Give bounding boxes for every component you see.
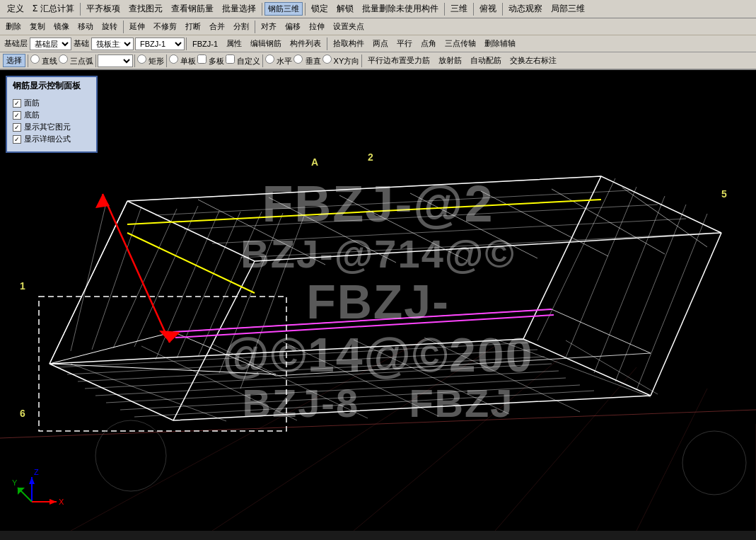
svg-marker-7 — [127, 176, 721, 261]
svg-line-54 — [283, 342, 438, 416]
btn-move[interactable]: 移动 — [74, 20, 97, 33]
menu-local-3d[interactable]: 局部三维 — [547, 1, 589, 16]
btn-rebar-3d[interactable]: 钢筋三维 — [264, 2, 303, 16]
svg-text:5: 5 — [721, 188, 727, 200]
btn-delete[interactable]: 删除 — [2, 20, 25, 33]
component-type-select[interactable]: 筏板主筋 — [91, 38, 134, 50]
component-name-select[interactable]: FBZJ-1 — [135, 38, 185, 50]
checkbox-show-other[interactable] — [13, 123, 21, 132]
layer-select[interactable]: 基础层 — [30, 38, 71, 50]
menu-rebar-qty[interactable]: 查看钢筋量 — [167, 1, 218, 16]
btn-pick-component[interactable]: 构件列表 — [286, 37, 325, 50]
radio-vert[interactable] — [293, 54, 303, 64]
btn-select[interactable]: 选择 — [3, 54, 25, 67]
sep3 — [305, 3, 306, 16]
checkbox-show-formula[interactable] — [13, 135, 21, 144]
btn-merge[interactable]: 合并 — [206, 20, 228, 33]
btn-rotate[interactable]: 旋转 — [98, 20, 121, 33]
btn-auto-rebar[interactable]: 自动配筋 — [467, 54, 505, 67]
btn-parallel-rebar[interactable]: 平行边布置受力筋 — [364, 54, 434, 67]
svg-line-5 — [636, 389, 707, 531]
btn-swap-label[interactable]: 交换左右标注 — [506, 54, 560, 67]
menu-lock[interactable]: 锁定 — [307, 1, 332, 16]
menu-define[interactable]: 定义 — [3, 1, 28, 16]
svg-line-50 — [134, 391, 594, 417]
btn-component-list[interactable]: 编辑钢筋 — [247, 37, 285, 50]
btn-properties[interactable]: FBZJ-1 — [189, 38, 221, 50]
btn-split[interactable]: 分割 — [230, 20, 252, 33]
panel-title: 钢筋显示控制面板 — [13, 80, 91, 93]
btn-stretch[interactable]: 拉伸 — [306, 20, 328, 33]
svg-line-25 — [71, 203, 106, 351]
btn-extend[interactable]: 延伸 — [126, 20, 149, 33]
control-panel: 钢筋显示控制面板 面筋 底筋 显示其它图元 显示详细公式 — [6, 76, 98, 153]
menu-unlock[interactable]: 解锁 — [332, 1, 358, 16]
menu-dynamic-observe[interactable]: 动态观察 — [504, 1, 547, 16]
panel-item-show-other: 显示其它图元 — [13, 122, 91, 132]
btn-break[interactable]: 打断 — [182, 20, 204, 33]
btn-three-point-axis[interactable]: 点角 — [417, 37, 440, 50]
btn-dimension[interactable]: 删除辅轴 — [481, 37, 519, 50]
svg-marker-78 — [50, 499, 57, 505]
menu-top-view[interactable]: 俯视 — [475, 1, 501, 16]
sep13 — [134, 54, 135, 67]
svg-line-39 — [50, 202, 127, 364]
menu-summary[interactable]: Σ 汇总计算 — [28, 1, 78, 16]
btn-parallel[interactable]: 两点 — [369, 37, 392, 50]
canvas-area[interactable]: A 2 1 5 6 Z X Y FBZJ-@2 BZJ-@714 — [0, 70, 756, 531]
btn-delete-aux-axis[interactable]: 三点传轴 — [441, 37, 479, 50]
svg-marker-66 — [95, 194, 110, 208]
svg-line-44 — [67, 350, 537, 374]
btn-radial-rebar[interactable]: 放射筋 — [435, 54, 465, 67]
svg-line-51 — [71, 364, 226, 421]
foundation-label: 基础 — [71, 38, 91, 49]
menu-align-slab[interactable]: 平齐板项 — [82, 1, 124, 16]
radio-arc-label: 三点弧 — [59, 54, 93, 67]
checkbox-bottom-rebar[interactable] — [13, 111, 21, 120]
radio-single[interactable] — [169, 54, 178, 64]
radio-line[interactable] — [30, 54, 40, 64]
btn-copy[interactable]: 复制 — [26, 20, 49, 33]
checkbox-face-rebar[interactable] — [13, 99, 21, 108]
svg-text:1: 1 — [20, 280, 25, 292]
menu-find[interactable]: 查找图元 — [124, 1, 167, 16]
sep12 — [95, 54, 96, 67]
radio-rect[interactable] — [137, 54, 146, 64]
menu-batch-delete[interactable]: 批量删除未使用构件 — [358, 1, 443, 16]
svg-line-32 — [219, 213, 283, 373]
svg-line-11 — [651, 233, 721, 396]
check-multi[interactable] — [197, 54, 207, 64]
svg-line-20 — [127, 176, 601, 201]
svg-rect-63 — [39, 297, 286, 431]
btn-align[interactable]: 对齐 — [257, 20, 280, 33]
layer-label: 基础层 — [2, 38, 30, 49]
btn-two-point[interactable]: 拾取构件 — [330, 37, 368, 50]
sep4 — [444, 3, 445, 16]
radio-horiz[interactable] — [265, 54, 274, 64]
btn-edit-rebar[interactable]: 属性 — [223, 37, 245, 50]
btn-no-trim[interactable]: 不修剪 — [150, 20, 180, 33]
menu-batch-select[interactable]: 批量选择 — [218, 1, 260, 16]
btn-point-angle[interactable]: 平行 — [393, 37, 416, 50]
label-face-rebar: 面筋 — [24, 98, 40, 108]
menu-bar: 定义 Σ 汇总计算 平齐板项 查找图元 查看钢筋量 批量选择 钢筋三维 锁定 解… — [0, 0, 756, 18]
radio-xy[interactable] — [322, 54, 332, 64]
svg-line-46 — [85, 364, 552, 389]
radio-arc[interactable] — [59, 54, 68, 64]
svg-point-73 — [682, 431, 746, 495]
btn-offset[interactable]: 偏移 — [281, 20, 304, 33]
svg-line-12 — [173, 261, 255, 420]
menu-3d[interactable]: 三维 — [446, 1, 472, 16]
btn-set-grip[interactable]: 设置夹点 — [330, 20, 368, 33]
shape-select[interactable] — [98, 54, 133, 67]
svg-line-52 — [141, 346, 297, 420]
svg-text:Z: Z — [34, 468, 39, 476]
svg-line-2 — [212, 346, 495, 531]
svg-line-26 — [92, 207, 141, 350]
layer-toolbar: 基础层 基础层 基础 筏板主筋 FBZJ-1 FBZJ-1 属性 编辑钢筋 构件… — [0, 35, 756, 52]
check-custom[interactable] — [226, 54, 235, 64]
svg-line-43 — [57, 343, 530, 367]
sep11 — [28, 54, 28, 67]
sep5 — [473, 3, 474, 16]
btn-mirror[interactable]: 镜像 — [50, 20, 73, 33]
